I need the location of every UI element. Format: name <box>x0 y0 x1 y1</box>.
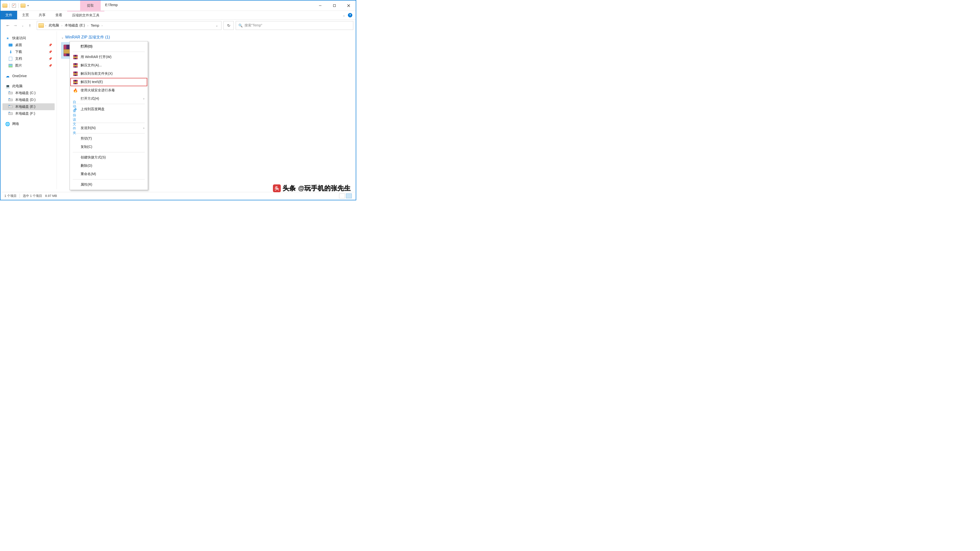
search-input[interactable]: 🔍 搜索"Temp" <box>236 21 353 30</box>
view-details-button[interactable] <box>339 194 345 198</box>
pc-icon: 💻 <box>5 84 10 88</box>
menu-extract-here[interactable]: 解压到当前文件夹(X) <box>70 70 147 78</box>
view-large-icons-button[interactable] <box>346 194 352 198</box>
menu-open-with[interactable]: 打开方式(H)› <box>70 95 147 103</box>
status-size: 8.97 MB <box>45 194 57 198</box>
menu-label: 发送到(N) <box>81 126 95 130</box>
history-dropdown-icon[interactable]: ⌄ <box>20 22 25 29</box>
navigation-pane: ★快速访问 桌面📌 ⬇下载📌 文档📌 图片📌 ☁OneDrive 💻此电脑 本地… <box>0 31 57 189</box>
sidebar-item-label: 下载 <box>15 50 22 54</box>
qat-dropdown-icon[interactable]: ▾ <box>27 4 30 7</box>
sidebar-downloads[interactable]: ⬇下载📌 <box>2 49 55 56</box>
watermark: 头 头条 @玩手机的张先生 <box>273 184 351 192</box>
menu-label: 复制(C) <box>81 145 92 149</box>
menu-open[interactable]: 打开(O) <box>70 42 147 51</box>
sidebar-item-label: 网络 <box>12 122 19 126</box>
chevron-right-icon[interactable]: › <box>62 24 62 27</box>
sidebar-item-label: OneDrive <box>12 74 27 78</box>
sidebar-desktop[interactable]: 桌面📌 <box>2 41 55 49</box>
drive-icon <box>8 98 13 102</box>
drive-icon <box>8 91 13 95</box>
address-bar[interactable]: › 此电脑 › 本地磁盘 (E:) › Temp › ⌄ <box>37 21 221 30</box>
close-button[interactable] <box>342 0 356 11</box>
chevron-down-icon: ⌄ <box>61 36 64 39</box>
expand-ribbon-icon[interactable]: ⌄ <box>342 13 345 17</box>
menu-delete[interactable]: 删除(D) <box>70 162 147 170</box>
menu-label: 打开方式(H) <box>81 97 99 101</box>
sidebar-drive-e[interactable]: 本地磁盘 (E:) <box>2 103 55 110</box>
menu-label: 使用火绒安全进行杀毒 <box>81 88 115 92</box>
sidebar-onedrive[interactable]: ☁OneDrive <box>2 73 55 79</box>
sidebar-this-pc[interactable]: 💻此电脑 <box>2 83 55 90</box>
menu-label: 用 WinRAR 打开(W) <box>81 55 111 59</box>
menu-label: 解压文件(A)... <box>81 63 102 68</box>
refresh-button[interactable]: ↻ <box>223 21 234 30</box>
sidebar-pictures[interactable]: 图片📌 <box>2 62 55 69</box>
forward-button[interactable]: → <box>12 22 18 29</box>
tab-compressed-tools[interactable]: 压缩的文件夹工具 <box>67 11 104 19</box>
context-menu: 打开(O) 用 WinRAR 打开(W) 解压文件(A)... 解压到当前文件夹… <box>70 41 148 190</box>
menu-upload-baidu[interactable]: ❖上传到百度网盘 <box>70 105 147 113</box>
sidebar-drive-c[interactable]: 本地磁盘 (C:) <box>2 90 55 97</box>
extract-contextual-tab[interactable]: 提取 <box>80 0 101 11</box>
sidebar-drive-d[interactable]: 本地磁盘 (D:) <box>2 97 55 103</box>
menu-properties[interactable]: 属性(R) <box>70 181 147 189</box>
maximize-button[interactable] <box>327 0 342 11</box>
sidebar-network[interactable]: 🌐网络 <box>2 121 55 127</box>
drive-icon <box>8 111 13 116</box>
pin-icon: 📌 <box>49 43 52 47</box>
address-dropdown-icon[interactable]: ⌄ <box>213 24 220 27</box>
breadcrumb-pc[interactable]: 此电脑 <box>47 22 60 29</box>
properties-checkbox-icon[interactable] <box>11 3 17 9</box>
winrar-icon <box>73 79 78 85</box>
desktop-icon <box>8 43 13 47</box>
chevron-right-icon[interactable]: › <box>45 24 46 27</box>
breadcrumb-folder[interactable]: Temp <box>89 22 100 29</box>
svg-rect-1 <box>333 5 336 6</box>
sidebar-documents[interactable]: 文档📌 <box>2 56 55 62</box>
pin-icon: 📌 <box>49 57 52 60</box>
tab-home[interactable]: 主页 <box>17 11 34 19</box>
minimize-button[interactable] <box>313 0 327 11</box>
menu-auto-backup: 自动备份该文件夹 <box>70 113 147 122</box>
menu-rename[interactable]: 重命名(M) <box>70 170 147 178</box>
flame-icon: 🔥 <box>73 88 78 93</box>
chevron-right-icon[interactable]: › <box>102 24 103 27</box>
pictures-icon <box>8 64 13 68</box>
menu-cut[interactable]: 剪切(T) <box>70 135 147 143</box>
menu-huorong-scan[interactable]: 🔥使用火绒安全进行杀毒 <box>70 86 147 95</box>
menu-label: 解压到当前文件夹(X) <box>81 71 113 76</box>
back-button[interactable]: ← <box>5 22 11 29</box>
up-button[interactable]: ↑ <box>27 22 33 29</box>
menu-extract-to[interactable]: 解压到 text\(E) <box>70 78 147 86</box>
sidebar-drive-f[interactable]: 本地磁盘 (F:) <box>2 110 55 117</box>
menu-label: 重命名(M) <box>81 172 96 176</box>
sidebar-item-label: 快速访问 <box>12 36 26 40</box>
group-header[interactable]: ⌄ WinRAR ZIP 压缩文件 (1) <box>61 35 351 40</box>
sidebar-quick-access[interactable]: ★快速访问 <box>2 35 55 41</box>
group-header-label: WinRAR ZIP 压缩文件 (1) <box>65 35 110 40</box>
help-icon[interactable]: ? <box>348 13 352 17</box>
window-controls <box>313 0 356 11</box>
folder-icon <box>38 23 44 28</box>
drive-icon <box>8 105 13 109</box>
chevron-right-icon[interactable]: › <box>88 24 88 27</box>
menu-label: 创建快捷方式(S) <box>81 155 106 160</box>
menu-open-winrar[interactable]: 用 WinRAR 打开(W) <box>70 53 147 61</box>
breadcrumb-drive[interactable]: 本地磁盘 (E:) <box>63 22 86 29</box>
sidebar-item-label: 文档 <box>15 57 22 61</box>
separator <box>73 179 145 179</box>
menu-send-to[interactable]: 发送到(N)› <box>70 124 147 132</box>
tab-share[interactable]: 共享 <box>34 11 51 19</box>
menu-extract-files[interactable]: 解压文件(A)... <box>70 61 147 70</box>
tab-file[interactable]: 文件 <box>0 11 17 19</box>
menu-copy[interactable]: 复制(C) <box>70 143 147 151</box>
content-pane: ⌄ WinRAR ZIP 压缩文件 (1) text.zip WinRAR ZI… <box>57 31 356 189</box>
sidebar-item-label: 图片 <box>15 64 22 68</box>
search-icon: 🔍 <box>239 24 243 27</box>
title-bar: ▾ 提取 E:\Temp <box>0 0 356 11</box>
tab-view[interactable]: 查看 <box>51 11 67 19</box>
separator <box>73 152 145 152</box>
menu-create-shortcut[interactable]: 创建快捷方式(S) <box>70 153 147 162</box>
sidebar-item-label: 本地磁盘 (C:) <box>15 91 35 95</box>
